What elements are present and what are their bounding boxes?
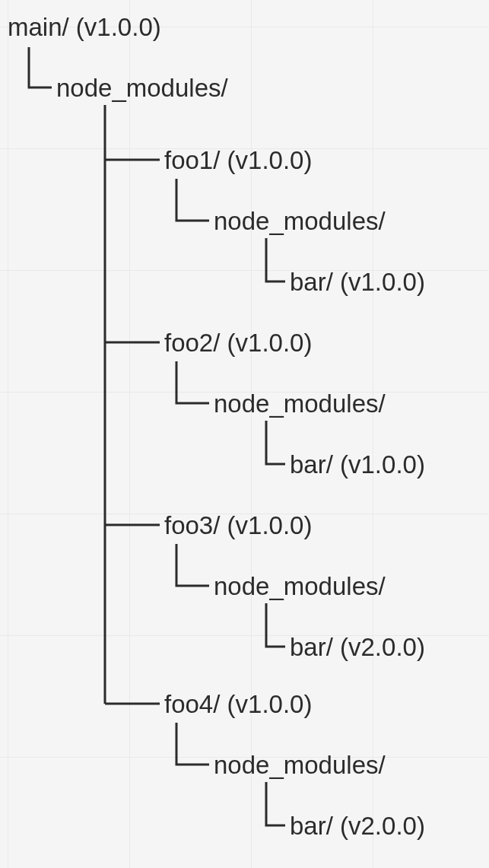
tree-branch	[176, 723, 209, 765]
tree-node-nm: node_modules/	[214, 751, 386, 779]
tree-branch	[29, 47, 52, 87]
tree-node-package: foo2/ (v1.0.0)	[164, 329, 312, 357]
tree-branch	[176, 544, 209, 586]
tree-node-root: main/ (v1.0.0)	[8, 13, 161, 41]
tree-node-bar: bar/ (v2.0.0)	[290, 633, 425, 661]
tree-node-bar: bar/ (v1.0.0)	[290, 450, 425, 479]
tree-node-bar: bar/ (v1.0.0)	[290, 268, 425, 296]
tree-node-package: foo1/ (v1.0.0)	[164, 146, 312, 174]
dependency-tree-diagram: main/ (v1.0.0) node_modules/ foo1/ (v1.0…	[0, 0, 489, 868]
tree-branch	[266, 782, 285, 825]
tree-branch	[176, 179, 209, 221]
tree-node-nm: node_modules/	[214, 207, 386, 235]
tree-branch	[176, 361, 209, 403]
tree-node-bar: bar/ (v2.0.0)	[290, 812, 425, 840]
tree-node-root-child: node_modules/	[56, 74, 228, 102]
tree-node-package: foo3/ (v1.0.0)	[164, 511, 312, 539]
tree-node-nm: node_modules/	[214, 389, 386, 418]
tree-branch	[266, 421, 285, 464]
tree-node-nm: node_modules/	[214, 572, 386, 600]
tree-branch	[266, 603, 285, 647]
tree-node-package: foo4/ (v1.0.0)	[164, 690, 312, 718]
tree-branch	[266, 238, 285, 281]
